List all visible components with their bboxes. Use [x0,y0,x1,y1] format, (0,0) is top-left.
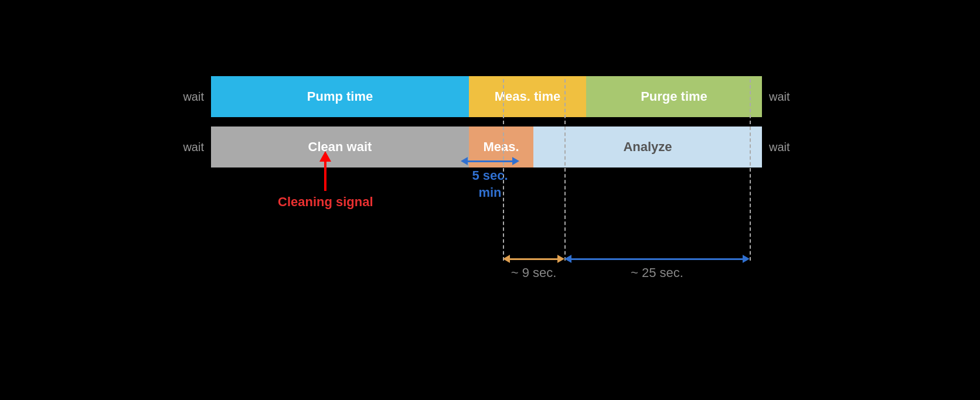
arrow-right-icon [512,157,519,165]
five-sec-annotation: 5 sec. min [461,157,519,201]
meas-time-bar: Meas. time [469,76,586,117]
analyze-bar: Analyze [533,127,762,167]
twenty-five-label: ~ 25 sec. [564,265,750,281]
cleaning-signal-arrow [278,151,373,191]
arrow-left-blue-icon [564,255,571,263]
twenty-five-arrow [564,255,750,263]
arrow-line-blue [571,258,743,260]
arrow-right-orange-icon [557,255,564,263]
arrow-left-icon [461,157,468,165]
timeline-row1: wait Pump time Meas. time Purge time wai… [176,76,797,117]
dashed-line-3 [750,79,751,261]
arrow-left-orange-icon [503,255,510,263]
arrow-right-blue-icon [743,255,750,263]
arrow-head-icon [319,151,331,162]
wait-label-left-2: wait [176,141,211,154]
nine-sec-label: ~ 9 sec. [503,265,564,281]
five-sec-arrow [461,157,519,165]
wait-label-right-1: wait [762,90,797,104]
nine-sec-arrow [503,255,564,263]
twenty-five-annotation: ~ 25 sec. [564,255,750,281]
arrow-line [468,160,512,162]
dashed-line-2 [564,79,566,261]
cleaning-signal-label: Cleaning signal [278,194,373,210]
arrow-shaft [324,162,326,191]
arrow-line-orange [510,258,557,260]
cleaning-signal-annotation: Cleaning signal [278,151,373,210]
wait-label-right-2: wait [762,141,797,154]
purge-time-bar: Purge time [586,76,762,117]
wait-label-left-1: wait [176,90,211,104]
five-sec-label: 5 sec. min [461,167,519,201]
pump-time-bar: Pump time [211,76,469,117]
nine-sec-annotation: ~ 9 sec. [503,255,564,281]
row1-bars: Pump time Meas. time Purge time [211,76,762,117]
